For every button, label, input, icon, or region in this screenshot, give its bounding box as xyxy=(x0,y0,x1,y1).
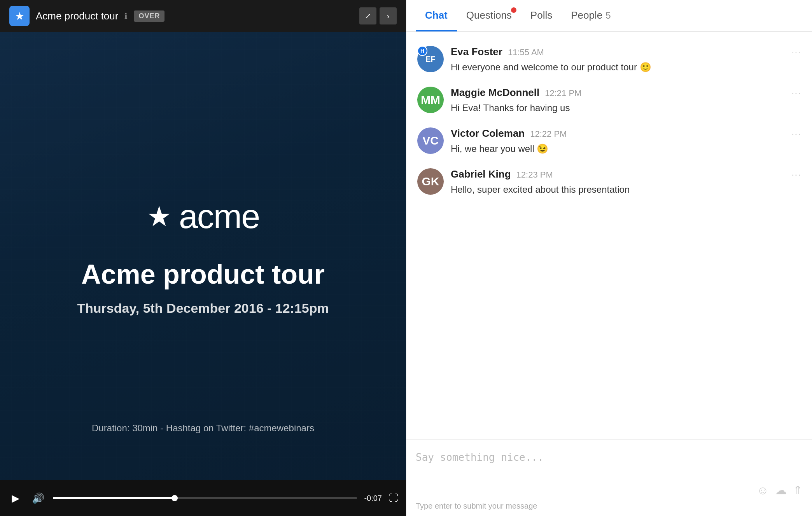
message-options-4[interactable]: ··· xyxy=(792,170,801,180)
questions-badge xyxy=(511,7,516,13)
acme-logo-row: ★ acme xyxy=(147,197,259,236)
chat-messages: H EF Eva Foster 11:55 AM Hi everyone and… xyxy=(406,32,812,439)
message-body-3: Victor Coleman 12:22 PM Hi, we hear you … xyxy=(451,127,801,156)
expand-button[interactable]: ⤢ xyxy=(359,7,376,24)
webinar-title: Acme product tour xyxy=(36,10,118,22)
upload-button[interactable]: ☁ xyxy=(775,483,787,497)
tabs: Chat Questions Polls People 5 xyxy=(406,0,812,32)
message-time-4: 12:23 PM xyxy=(516,170,553,180)
message-text-3: Hi, we hear you well 😉 xyxy=(451,142,801,156)
tab-questions[interactable]: Questions xyxy=(457,0,521,31)
message-body-1: Eva Foster 11:55 AM Hi everyone and welc… xyxy=(451,46,801,74)
video-panel: ★ Acme product tour ℹ OVER ⤢ › ★ acme Ac… xyxy=(0,0,406,516)
acme-brand-name: acme xyxy=(179,197,259,236)
sender-name-1: Eva Foster xyxy=(451,46,502,58)
message-header-3: Victor Coleman 12:22 PM xyxy=(451,127,801,139)
host-badge: H xyxy=(417,46,427,56)
brand-logo: ★ xyxy=(9,6,30,26)
slide-content: ★ acme Acme product tour Thursday, 5th D… xyxy=(77,197,329,316)
avatar-victor: VC xyxy=(417,127,444,154)
slide-footer: Duration: 30min - Hashtag on Twitter: #a… xyxy=(0,423,406,434)
star-icon: ★ xyxy=(15,10,24,23)
acme-star-icon: ★ xyxy=(147,202,172,230)
message-body-4: Gabriel King 12:23 PM Hello, super excit… xyxy=(451,168,801,197)
slide-title: Acme product tour xyxy=(81,259,325,290)
top-bar: ★ Acme product tour ℹ OVER ⤢ › xyxy=(0,0,406,32)
message-time-3: 12:22 PM xyxy=(530,129,567,139)
message-time-2: 12:21 PM xyxy=(545,88,581,98)
fullscreen-button[interactable]: ⛶ xyxy=(389,493,398,504)
message-text-4: Hello, super excited about this presenta… xyxy=(451,183,801,197)
emoji-button[interactable]: ☺ xyxy=(757,484,769,497)
volume-button[interactable]: 🔊 xyxy=(30,490,46,506)
progress-thumb xyxy=(172,495,178,501)
forward-button[interactable]: › xyxy=(380,7,397,24)
slide-date: Thursday, 5th December 2016 - 12:15pm xyxy=(77,301,329,316)
video-controls: ▶ 🔊 -0:07 ⛶ xyxy=(0,480,406,516)
info-icon[interactable]: ℹ xyxy=(124,11,128,21)
message-body-2: Maggie McDonnell 12:21 PM Hi Eva! Thanks… xyxy=(451,87,801,115)
chat-hint: Type enter to submit your message xyxy=(416,499,803,512)
avatar-gabriel: GK xyxy=(417,168,444,195)
chat-message-1: H EF Eva Foster 11:55 AM Hi everyone and… xyxy=(406,40,812,80)
message-text-1: Hi everyone and welcome to our product t… xyxy=(451,60,801,74)
chat-message-3: VC Victor Coleman 12:22 PM Hi, we hear y… xyxy=(406,121,812,162)
progress-bar[interactable] xyxy=(53,497,357,499)
message-header-4: Gabriel King 12:23 PM xyxy=(451,168,801,180)
sender-name-3: Victor Coleman xyxy=(451,127,525,139)
attach-button[interactable]: ⇑ xyxy=(793,483,803,497)
avatar-eva: H EF xyxy=(417,46,444,72)
message-options-3[interactable]: ··· xyxy=(792,129,801,139)
message-text-2: Hi Eva! Thanks for having us xyxy=(451,101,801,115)
play-button[interactable]: ▶ xyxy=(8,490,23,506)
chat-input-actions: ☺ ☁ ⇑ xyxy=(416,480,803,499)
message-header-1: Eva Foster 11:55 AM xyxy=(451,46,801,58)
tab-people[interactable]: People 5 xyxy=(562,0,620,31)
chat-message-2: MM Maggie McDonnell 12:21 PM Hi Eva! Tha… xyxy=(406,80,812,121)
over-badge: OVER xyxy=(134,10,164,22)
message-header-2: Maggie McDonnell 12:21 PM xyxy=(451,87,801,99)
people-count: 5 xyxy=(606,10,611,21)
message-time-1: 11:55 AM xyxy=(508,47,544,58)
chat-input-section: ☺ ☁ ⇑ Type enter to submit your message xyxy=(406,439,812,516)
sender-name-4: Gabriel King xyxy=(451,168,511,180)
avatar-maggie: MM xyxy=(417,87,444,113)
sender-name-2: Maggie McDonnell xyxy=(451,87,539,99)
chat-panel: Chat Questions Polls People 5 H EF Eva F… xyxy=(406,0,812,516)
chat-input[interactable] xyxy=(416,448,803,479)
video-slide: ★ acme Acme product tour Thursday, 5th D… xyxy=(0,32,406,480)
top-bar-actions: ⤢ › xyxy=(359,7,397,24)
progress-fill xyxy=(53,497,175,499)
tab-chat[interactable]: Chat xyxy=(416,0,457,31)
time-display: -0:07 xyxy=(364,494,382,503)
message-options-1[interactable]: ··· xyxy=(792,47,801,58)
message-options-2[interactable]: ··· xyxy=(792,88,801,98)
tab-polls[interactable]: Polls xyxy=(521,0,562,31)
chat-message-4: GK Gabriel King 12:23 PM Hello, super ex… xyxy=(406,162,812,203)
